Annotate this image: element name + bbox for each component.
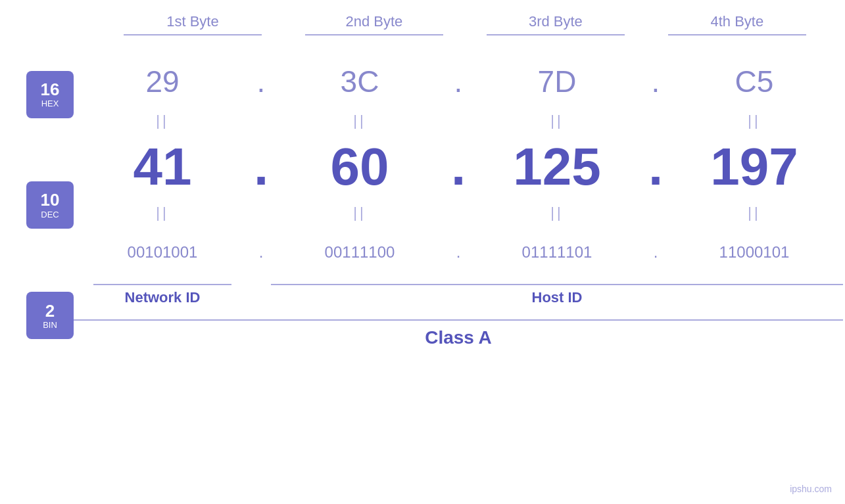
class-bracket: [74, 319, 843, 321]
bin-row: 00101001 . 00111100 . 01111101 . 1100010…: [74, 226, 843, 279]
dec-byte3: 125: [468, 137, 646, 197]
host-id-label: Host ID: [532, 289, 583, 306]
byte3-header: 3rd Byte: [474, 13, 637, 35]
eq2-b3: ||: [468, 204, 646, 221]
badges-column: 16 HEX 10 DEC 2 BIN: [26, 55, 74, 348]
dot2-hex: .: [448, 64, 468, 99]
eq1-b1: ||: [74, 112, 251, 129]
dot2-bin: .: [448, 243, 468, 262]
eq1-b4: ||: [665, 112, 843, 129]
rows-area: 16 HEX 10 DEC 2 BIN: [26, 55, 819, 348]
bin-byte2: 00111100: [271, 243, 448, 262]
hex-badge: 16 HEX: [26, 71, 74, 118]
class-label: Class A: [425, 327, 492, 348]
dec-row: 41 . 60 . 125 . 197: [74, 134, 843, 200]
watermark: ipshu.com: [790, 484, 832, 494]
bin-byte1: 00101001: [74, 243, 251, 262]
hex-row: 29 . 3C . 7D . C5: [74, 55, 843, 108]
segment-labels-row: Network ID Host ID: [74, 284, 843, 306]
dot1-dec: .: [251, 137, 271, 197]
eq2-b2: ||: [271, 204, 448, 221]
dec-badge: 10 DEC: [26, 181, 74, 229]
byte1-header: 1st Byte: [111, 13, 274, 35]
byte4-header: 4th Byte: [656, 13, 819, 35]
hex-byte2: 3C: [271, 64, 448, 99]
dot3-bin: .: [646, 243, 665, 262]
content-grid: 29 . 3C . 7D . C5 || || || || 41: [74, 55, 843, 348]
host-id-section: Host ID: [271, 284, 843, 306]
byte-headers-row: 1st Byte 2nd Byte 3rd Byte 4th Byte: [26, 13, 819, 35]
hex-byte3: 7D: [468, 64, 646, 99]
dot2-dec: .: [448, 137, 468, 197]
eq2-b1: ||: [74, 204, 251, 221]
network-id-section: Network ID: [74, 284, 251, 306]
hex-badge-wrapper: 16 HEX: [26, 68, 74, 121]
dec-byte2: 60: [271, 137, 448, 197]
eq2-b4: ||: [665, 204, 843, 221]
network-id-label: Network ID: [125, 289, 201, 306]
network-id-bracket: [93, 284, 231, 285]
bin-byte3: 01111101: [468, 243, 646, 262]
bin-badge: 2 BIN: [26, 292, 74, 339]
dot3-dec: .: [646, 137, 665, 197]
hex-byte4: C5: [665, 64, 843, 99]
eq1-b2: ||: [271, 112, 448, 129]
byte2-header: 2nd Byte: [293, 13, 456, 35]
equals-row-1: || || || ||: [74, 108, 843, 134]
hex-byte1: 29: [74, 64, 251, 99]
dot1-bin: .: [251, 243, 271, 262]
class-section: Class A: [74, 319, 843, 348]
host-id-bracket: [271, 284, 843, 285]
equals-row-2: || || || ||: [74, 200, 843, 226]
dot3-hex: .: [646, 64, 665, 99]
dec-badge-wrapper: 10 DEC: [26, 172, 74, 238]
eq1-b3: ||: [468, 112, 646, 129]
bin-byte4: 11000101: [665, 243, 843, 262]
dec-byte4: 197: [665, 137, 843, 197]
main-container: 1st Byte 2nd Byte 3rd Byte 4th Byte 16 H…: [0, 0, 845, 504]
bin-badge-wrapper: 2 BIN: [26, 289, 74, 342]
dec-byte1: 41: [74, 137, 251, 197]
dot1-hex: .: [251, 64, 271, 99]
